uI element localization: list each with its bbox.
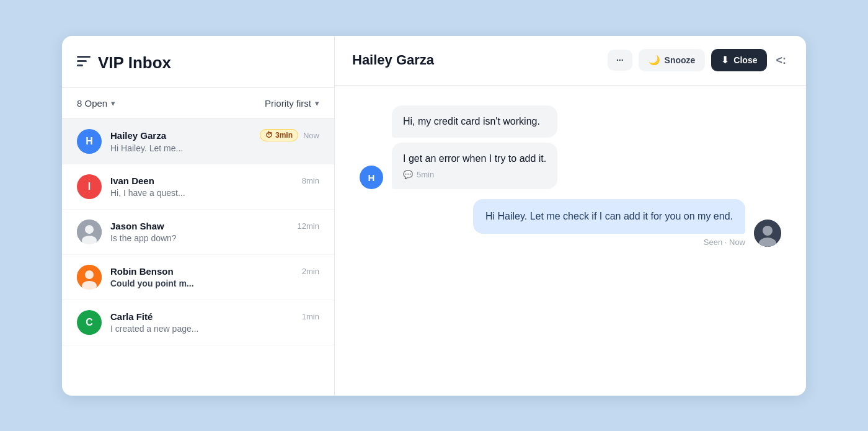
svg-point-4 (85, 225, 94, 234)
conversation-list: H Hailey Garza ⏱ 3min Now Hi Hailey. Let… (62, 119, 334, 396)
svg-point-7 (85, 270, 94, 279)
conv-name: Ivan Deen (110, 176, 154, 186)
conv-content: Ivan Deen 8min Hi, I have a quest... (110, 176, 319, 198)
conv-preview: Is the app down? (110, 233, 319, 243)
chat-area: Hailey Garza ··· 🌙 Snooze ⬇ Close <: (335, 36, 806, 396)
sidebar-title: VIP Inbox (98, 53, 171, 73)
outgoing-message-group: Hi Hailey. Let me check if I can add it … (360, 199, 781, 247)
open-filter-button[interactable]: 8 Open ▾ (77, 98, 115, 109)
message-bubble: Hi, my credit card isn't working. (392, 105, 557, 138)
more-button[interactable]: ··· (608, 50, 632, 71)
collapse-icon: <: (776, 54, 786, 67)
svg-point-10 (763, 226, 773, 236)
sidebar-filters: 8 Open ▾ Priority first ▾ (62, 88, 334, 119)
sender-avatar: H (360, 166, 383, 189)
list-item[interactable]: H Hailey Garza ⏱ 3min Now Hi Hailey. Let… (62, 119, 334, 164)
avatar: H (77, 129, 102, 154)
conv-content: Robin Benson 2min Could you point m... (110, 266, 319, 288)
priority-filter-button[interactable]: Priority first ▾ (265, 98, 319, 109)
conv-preview: I created a new page... (110, 324, 319, 334)
conv-name: Robin Benson (110, 266, 174, 277)
chat-messages: H Hi, my credit card isn't working. I ge… (335, 86, 806, 396)
avatar (77, 220, 102, 244)
timer-badge: ⏱ 3min (260, 129, 298, 141)
close-button[interactable]: ⬇ Close (711, 49, 767, 71)
svg-rect-0 (77, 56, 91, 58)
conv-content: Jason Shaw 12min Is the app down? (110, 221, 319, 243)
svg-rect-2 (77, 64, 83, 66)
avatar: I (77, 174, 102, 199)
conv-name: Jason Shaw (110, 221, 164, 231)
sidebar-header: VIP Inbox (62, 36, 334, 88)
collapse-button[interactable]: <: (773, 51, 789, 69)
avatar: C (77, 310, 102, 335)
conv-preview: Hi, I have a quest... (110, 188, 319, 198)
chat-actions: ··· 🌙 Snooze ⬇ Close <: (608, 49, 789, 71)
list-item[interactable]: C Carla Fité 1min I created a new page..… (62, 300, 334, 345)
conv-content: Hailey Garza ⏱ 3min Now Hi Hailey. Let m… (110, 129, 319, 153)
message-meta: 💬 5min (403, 169, 546, 181)
app-container: VIP Inbox 8 Open ▾ Priority first ▾ H Ha… (62, 36, 806, 396)
conv-time: 1min (302, 312, 319, 321)
list-item[interactable]: Jason Shaw 12min Is the app down? (62, 210, 334, 255)
conv-time: 2min (302, 267, 319, 276)
chat-title: Hailey Garza (352, 52, 434, 68)
agent-avatar (754, 220, 781, 247)
chat-header: Hailey Garza ··· 🌙 Snooze ⬇ Close <: (335, 36, 806, 86)
conv-name: Carla Fité (110, 311, 153, 322)
conv-content: Carla Fité 1min I created a new page... (110, 311, 319, 334)
message-meta: Seen · Now (704, 238, 745, 247)
snooze-button[interactable]: 🌙 Snooze (639, 49, 706, 71)
snooze-icon: 🌙 (649, 55, 660, 66)
conv-time: Now (303, 131, 319, 140)
incoming-bubbles: Hi, my credit card isn't working. I get … (392, 105, 557, 190)
avatar (77, 265, 102, 290)
conv-preview: Could you point m... (110, 278, 319, 288)
message-bubble: I get an error when I try to add it. 💬 5… (392, 143, 557, 190)
conv-preview: Hi Hailey. Let me... (110, 143, 319, 153)
menu-icon[interactable] (77, 56, 91, 70)
message-bubble: Hi Hailey. Let me check if I can add it … (473, 199, 745, 234)
conv-time: 8min (302, 176, 319, 185)
svg-rect-1 (77, 60, 87, 62)
conv-name: Hailey Garza (110, 130, 166, 141)
message-icon: 💬 (403, 169, 413, 181)
conv-time: 12min (298, 221, 319, 231)
chevron-down-icon: ▾ (111, 99, 115, 108)
timer-icon: ⏱ (265, 131, 273, 140)
incoming-message-group: H Hi, my credit card isn't working. I ge… (360, 105, 781, 190)
list-item[interactable]: I Ivan Deen 8min Hi, I have a quest... (62, 164, 334, 210)
sidebar: VIP Inbox 8 Open ▾ Priority first ▾ H Ha… (62, 36, 335, 396)
chevron-down-icon: ▾ (315, 99, 319, 108)
list-item[interactable]: Robin Benson 2min Could you point m... (62, 255, 334, 300)
close-icon: ⬇ (721, 55, 729, 66)
